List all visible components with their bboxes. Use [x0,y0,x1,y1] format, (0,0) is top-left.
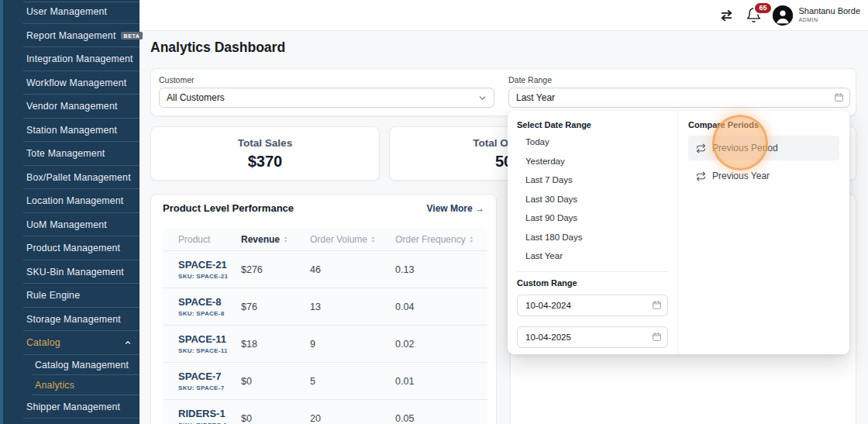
compare-option-label: Previous Year [712,171,770,181]
date-range-dropdown: Select Date Range Today Yesterday Last 7… [508,111,849,354]
column-header-order-frequency[interactable]: Order Frequency▲▼ [395,234,487,245]
user-meta: Shantanu Borde ADMIN [798,6,860,24]
calendar-icon[interactable] [834,92,844,102]
stat-value: $370 [248,153,283,171]
user-role: ADMIN [798,17,860,24]
sidebar-item-label: Box/Pallet Management [26,172,131,183]
view-more-link[interactable]: View More → [427,203,484,214]
sidebar-item-label: Catalog [26,337,60,348]
topbar: 65 Shantanu Borde ADMIN [140,0,868,31]
column-header-revenue[interactable]: Revenue▲▼ [241,234,310,245]
sidebar-item-user-management[interactable]: User Management [3,0,140,24]
order-frequency-cell: 0.04 [395,302,487,312]
compare-option-previous-period[interactable]: Previous Period [688,136,839,160]
product-performance-card: Product Level Performance View More → Pr… [150,194,497,424]
page-title: Analytics Dashboard [150,40,285,56]
repeat-icon [696,171,706,181]
date-option-last-90-days[interactable]: Last 90 Days [517,209,668,228]
column-label: Product [178,234,210,245]
select-date-range-title: Select Date Range [517,120,668,129]
compare-periods-column: Compare Periods Previous Period Previous… [678,111,849,354]
sidebar-item-uom-management[interactable]: UoM Management [3,213,140,237]
product-name: SPACE-21 [178,259,241,271]
sidebar-item-catalog-management[interactable]: Catalog Management [3,355,140,375]
sidebar-item-label: Product Management [26,243,120,253]
sidebar-item-storage-management[interactable]: Storage Management [3,308,140,332]
sidebar-item-product-management[interactable]: Product Management [3,236,140,260]
custom-range-title: Custom Range [517,278,668,288]
sidebar-item-label: Rule Engine [26,290,80,301]
customer-select[interactable]: All Customers [159,88,494,108]
sidebar-item-station-management[interactable]: Station Management [3,119,140,143]
date-option-last-180-days[interactable]: Last 180 Days [517,228,668,247]
sidebar-item-shipper-management[interactable]: Shipper Management [3,395,140,419]
sidebar-item-label: Storage Management [26,314,121,325]
date-option-last-7-days[interactable]: Last 7 Days [517,171,668,190]
compare-option-previous-year[interactable]: Previous Year [688,164,839,188]
date-option-yesterday[interactable]: Yesterday [517,152,668,171]
sidebar-item-label: Station Management [26,125,117,136]
date-option-last-30-days[interactable]: Last 30 Days [517,190,668,209]
sidebar-item-label: Workflow Management [26,78,126,88]
revenue-cell: $76 [241,302,310,312]
date-range-input[interactable] [508,88,850,108]
date-option-today[interactable]: Today [517,133,668,152]
column-header-order-volume[interactable]: Order Volume▲▼ [310,234,395,245]
product-name: SPACE-8 [178,296,241,309]
sidebar-item-report-management[interactable]: Report ManagementBETA [3,24,140,48]
sidebar-item-workflow-management[interactable]: Workflow Management [3,71,140,95]
column-header-product: Product [163,234,241,245]
swap-arrows-icon [718,7,735,23]
sidebar-item-label: UoM Management [26,219,107,230]
user-menu[interactable]: Shantanu Borde ADMIN [773,5,860,26]
revenue-cell: $276 [241,264,310,275]
table-row: SPACE-7SKU: SPACE-7 $0 5 0.01 [163,362,487,399]
sidebar-item-sku-bin-management[interactable]: SKU-Bin Management [3,260,140,284]
calendar-icon[interactable] [652,300,662,310]
chevron-up-icon [124,339,132,346]
sidebar-item-label: Analytics [35,380,74,391]
date-range-field-group: Date Range [508,75,850,108]
sidebar: User Management Report ManagementBETA In… [0,0,140,424]
order-frequency-cell: 0.01 [395,376,487,387]
revenue-cell: $0 [241,376,310,387]
custom-range-end-input[interactable] [517,326,668,348]
sidebar-item-analytics[interactable]: Analytics [3,375,140,395]
calendar-icon[interactable] [652,332,662,342]
sidebar-item-catalog[interactable]: Catalog [3,331,140,355]
revenue-cell: $0 [241,413,310,424]
user-name: Shantanu Borde [798,6,860,17]
sidebar-item-location-management[interactable]: Location Management [3,189,140,213]
product-sku: SKU: SPACE-8 [178,310,241,317]
avatar [773,5,793,26]
notifications-button[interactable]: 65 [746,7,762,23]
repeat-icon [696,143,706,153]
product-name: RIDERS-1 [178,408,241,420]
customer-select-value: All Customers [167,92,225,103]
sidebar-item-rule-engine[interactable]: Rule Engine [3,284,140,308]
stat-label: Total Sales [238,137,292,149]
sidebar-item-label: Report Management [26,30,116,41]
product-sku: SKU: SPACE-7 [178,384,241,391]
sidebar-item-integration-management[interactable]: Integration Management [3,47,140,71]
sidebar-item-vendor-management[interactable]: Vendor Management [3,95,140,119]
product-sku: SKU: SPACE-11 [178,347,241,354]
sidebar-item-box-pallet-management[interactable]: Box/Pallet Management [3,166,140,190]
date-range-label: Date Range [508,75,850,84]
column-label: Order Frequency [395,234,466,245]
sidebar-item-label: SKU-Bin Management [26,267,124,277]
total-sales-card: Total Sales $370 [150,126,380,181]
sort-icon: ▲▼ [470,236,474,243]
order-volume-cell: 20 [310,413,395,424]
compare-option-label: Previous Period [712,143,778,153]
customer-label: Customer [159,75,494,84]
sidebar-item-tote-management[interactable]: Tote Management [3,142,140,166]
sidebar-item-label: Catalog Management [35,360,129,371]
sidebar-item-label: Shipper Management [26,402,120,412]
date-option-last-year[interactable]: Last Year [517,246,668,266]
column-label: Revenue [241,234,280,245]
app-window: User Management Report ManagementBETA In… [0,0,868,424]
custom-range-start-input[interactable] [517,295,668,316]
revenue-cell: $18 [241,339,310,350]
transfer-button[interactable] [718,7,735,23]
